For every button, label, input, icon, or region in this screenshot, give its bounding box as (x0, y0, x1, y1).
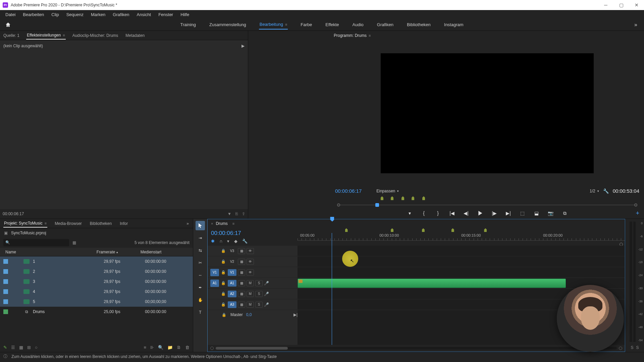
source-patch[interactable] (210, 258, 219, 265)
track-target[interactable]: A2 (228, 291, 236, 297)
project-tab-3[interactable]: Infor (119, 220, 128, 227)
master-value[interactable]: 0,0 (246, 312, 252, 317)
col-mediastart[interactable]: Medienstart (127, 250, 174, 254)
menu-hilfe[interactable]: Hilfe (177, 11, 193, 18)
type-tool[interactable]: T (196, 308, 205, 317)
workspace-tab-audio[interactable]: Audio (352, 20, 364, 29)
mark-in-button[interactable]: { (420, 209, 428, 217)
settings-wrench-icon[interactable]: 🔧 (603, 188, 609, 194)
audio-track-header[interactable]: 🔒A3▦MS🎤 (208, 299, 298, 310)
linked-selection-icon[interactable]: ∩ (219, 239, 222, 244)
timeline-marker[interactable] (451, 228, 454, 232)
filter-icon[interactable]: ▼ (227, 212, 231, 216)
menu-sequenz[interactable]: Sequenz (63, 11, 87, 18)
toggle-track-output-icon[interactable]: 👁 (247, 259, 254, 265)
col-framerate[interactable]: Framerate▴ (87, 250, 127, 254)
program-scrub-bar[interactable] (338, 202, 636, 208)
lock-icon[interactable]: 🔒 (220, 302, 226, 307)
timeline-marker-icon[interactable]: ◆ (234, 239, 237, 244)
timeline-zoom-scroll[interactable] (208, 345, 625, 352)
lock-icon[interactable]: 🔒 (220, 249, 226, 253)
go-to-next-edit-icon[interactable]: ▶| (293, 312, 298, 317)
program-marker[interactable] (391, 196, 393, 200)
solo-button[interactable]: S (255, 302, 263, 308)
track-target[interactable]: A3 (228, 301, 236, 308)
label-color-swatch[interactable] (3, 259, 8, 264)
export-frame-button[interactable]: 📷 (547, 209, 554, 217)
video-track-lane[interactable] (298, 246, 625, 256)
hand-tool[interactable]: ✋ (196, 295, 205, 305)
timeline-tab-close[interactable]: × (211, 222, 213, 226)
source-patch[interactable]: A1 (210, 280, 219, 287)
sync-lock-icon[interactable]: ▦ (238, 291, 245, 297)
overwrite-icon[interactable]: ⇪ (242, 212, 245, 216)
voice-over-icon[interactable]: 🎤 (264, 281, 269, 286)
selection-tool[interactable] (196, 221, 205, 230)
voice-over-icon[interactable]: 🎤 (264, 302, 269, 307)
source-tab-3[interactable]: Metadaten (125, 32, 145, 39)
audio-track-header[interactable]: A1🔒A1▦MS🎤 (208, 278, 298, 289)
solo-button[interactable]: S (255, 280, 263, 286)
workspace-tab-bibliotheken[interactable]: Bibliotheken (406, 20, 431, 29)
minimize-button[interactable]: ─ (601, 0, 610, 10)
track-select-tool[interactable]: ⇥ (196, 233, 205, 243)
menu-marken[interactable]: Marken (88, 11, 109, 18)
new-bin-icon[interactable]: ▦ (72, 240, 76, 245)
button-editor-add[interactable]: + (636, 210, 639, 217)
workspace-tab-zusammenstellung[interactable]: Zusammenstellung (209, 20, 247, 29)
home-button[interactable] (0, 19, 16, 31)
toggle-track-output-icon[interactable]: 👁 (247, 269, 254, 276)
toggle-track-output-icon[interactable]: 👁 (247, 248, 254, 254)
ripple-edit-tool[interactable]: ⇆ (196, 246, 205, 255)
label-color-swatch[interactable] (3, 269, 8, 274)
rw-toggle-icon[interactable]: ✎ (3, 345, 7, 350)
timeline-timecode[interactable]: 00:00:06:17 (211, 230, 294, 237)
label-color-swatch[interactable] (3, 279, 8, 284)
play-button[interactable] (477, 209, 484, 217)
project-row[interactable]: 529,97 fps00;00;00;00 (0, 297, 193, 307)
close-button[interactable]: ✕ (632, 0, 641, 10)
sync-lock-icon[interactable]: ▦ (238, 248, 245, 254)
mark-out-button[interactable]: } (434, 209, 442, 217)
step-forward-button[interactable]: |▶ (491, 209, 498, 217)
go-to-out-button[interactable]: ▶| (505, 209, 512, 217)
workspace-tab-farbe[interactable]: Farbe (300, 20, 313, 29)
program-panel-menu-icon[interactable]: ≡ (369, 34, 371, 38)
comparison-view-button[interactable]: ⧉ (561, 209, 569, 217)
source-patch[interactable] (210, 247, 219, 255)
col-name[interactable]: Name (3, 250, 87, 254)
sync-lock-icon[interactable]: ▦ (238, 302, 245, 308)
menu-ansicht[interactable]: Ansicht (133, 11, 154, 18)
add-marker-icon[interactable]: ▾ (227, 239, 229, 244)
list-view-icon[interactable]: ☰ (11, 345, 15, 350)
razor-tool[interactable]: ✂ (196, 258, 205, 267)
sync-lock-icon[interactable]: ▦ (238, 259, 245, 265)
video-track-header[interactable]: 🔒V2▦👁 (208, 256, 298, 267)
workspace-tab-instagram[interactable]: Instagram (443, 20, 464, 29)
maximize-button[interactable]: ▢ (616, 0, 626, 10)
automate-to-seq-icon[interactable]: ⊪ (150, 345, 154, 350)
step-back-button[interactable]: ◀| (463, 209, 470, 217)
source-tab-0[interactable]: Quelle: 1 (3, 32, 20, 39)
mute-button[interactable]: M (247, 280, 254, 286)
bin-icon[interactable]: ▣ (4, 231, 8, 235)
sync-lock-icon[interactable]: ▦ (238, 269, 245, 276)
extract-button[interactable]: ⬓ (533, 209, 540, 217)
program-marker[interactable] (412, 196, 414, 200)
icon-view-icon[interactable]: ▦ (19, 345, 23, 350)
program-marker[interactable] (381, 196, 383, 200)
sync-lock-icon[interactable]: ▦ (238, 280, 245, 286)
timeline-ruler[interactable]: 00:05:0000:00:10:0000:00:15:0000:00:20:0… (298, 233, 625, 241)
mute-button[interactable]: M (247, 302, 254, 308)
lock-icon[interactable]: 🔒 (220, 292, 226, 296)
workspace-overflow-button[interactable]: » (628, 22, 644, 28)
program-timecode-left[interactable]: 00:00:06:17 (335, 188, 362, 194)
video-track-header[interactable]: 🔒V3▦👁 (208, 246, 298, 256)
track-target[interactable]: V1 (228, 269, 236, 276)
menu-clip[interactable]: Clip (48, 11, 62, 18)
timeline-marker[interactable] (391, 228, 393, 232)
video-track-lane[interactable] (298, 256, 625, 267)
video-track-header[interactable]: V1🔒V1▦👁 (208, 267, 298, 278)
project-tab-2[interactable]: Bibliotheken (89, 220, 112, 227)
pen-tool[interactable]: ✒ (196, 283, 205, 292)
